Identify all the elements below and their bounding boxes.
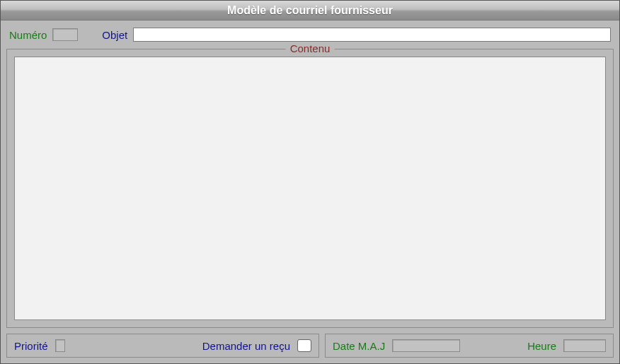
numero-label: Numéro: [9, 29, 47, 41]
window-title: Modèle de courriel fournisseur: [227, 4, 393, 17]
footer-row: Priorité Demander un reçu Date M.A.J Heu…: [6, 334, 614, 358]
heure-label: Heure: [527, 340, 556, 352]
heure-field[interactable]: [563, 339, 606, 352]
dialog-window: Modèle de courriel fournisseur Numéro Ob…: [0, 0, 620, 364]
date-maj-label: Date M.A.J: [333, 340, 385, 352]
objet-label: Objet: [102, 29, 127, 41]
contenu-fieldset: Contenu: [6, 49, 614, 328]
demander-recu-label: Demander un reçu: [202, 340, 290, 352]
footer-left-panel: Priorité Demander un reçu: [6, 334, 319, 358]
priorite-field[interactable]: [55, 339, 65, 352]
numero-field[interactable]: [52, 28, 78, 41]
contenu-textarea[interactable]: [14, 57, 606, 320]
contenu-legend: Contenu: [286, 42, 335, 54]
priorite-label: Priorité: [14, 340, 48, 352]
client-area: Numéro Objet Contenu Priorité Demander u…: [1, 20, 619, 363]
date-maj-field[interactable]: [392, 339, 460, 352]
titlebar[interactable]: Modèle de courriel fournisseur: [1, 1, 619, 20]
objet-input[interactable]: [133, 28, 611, 42]
demander-recu-checkbox[interactable]: [297, 339, 311, 352]
footer-right-panel: Date M.A.J Heure: [325, 334, 614, 358]
header-row: Numéro Objet: [6, 25, 614, 42]
